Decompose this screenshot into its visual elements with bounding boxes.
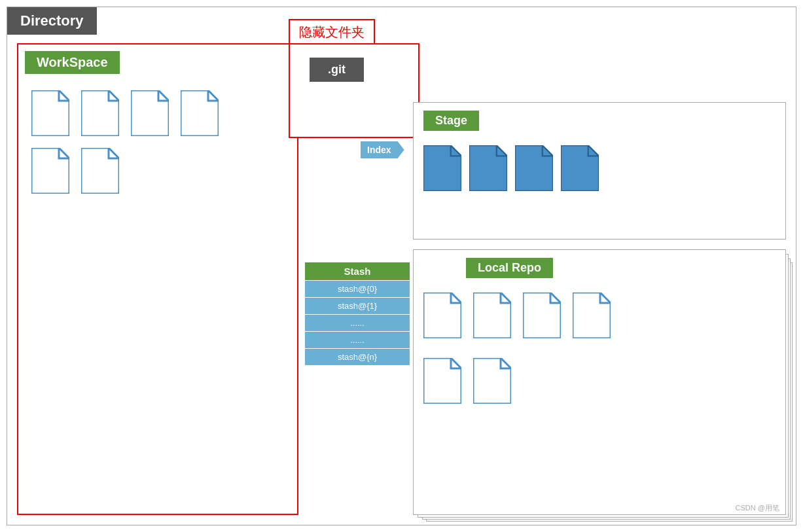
workspace-file-3 [131, 90, 169, 136]
directory-tab: Directory [7, 7, 97, 35]
svg-marker-12 [523, 293, 561, 338]
svg-marker-6 [423, 145, 461, 191]
hidden-folder-label: 隐藏文件夹 [289, 19, 375, 46]
svg-marker-9 [561, 145, 599, 191]
local-repo-file-6 [473, 358, 511, 404]
workspace-files-row2 [31, 148, 291, 194]
svg-marker-10 [423, 293, 461, 338]
svg-marker-11 [473, 293, 511, 338]
workspace-label: WorkSpace [25, 51, 120, 74]
git-label: .git [310, 58, 364, 82]
index-arrow: Index [361, 141, 404, 158]
local-repo-file-2 [473, 293, 511, 338]
stage-files [423, 145, 599, 191]
index-arrow-label: Index [361, 141, 404, 158]
svg-marker-5 [81, 148, 119, 194]
local-repo-file-1 [423, 293, 461, 338]
stage-file-4 [561, 145, 599, 191]
workspace-file-2 [81, 90, 119, 136]
stash-container: Stash stash@{0} stash@{1} ...... ...... … [305, 262, 410, 365]
stage-container: Stage [413, 102, 786, 239]
local-repo-files-row2 [423, 358, 511, 404]
svg-marker-7 [469, 145, 507, 191]
watermark: CSDN @用笔 [736, 503, 779, 513]
svg-marker-14 [423, 358, 461, 404]
workspace-files-row1 [31, 90, 291, 136]
stash-item-0: stash@{0} [305, 280, 410, 297]
svg-marker-0 [31, 90, 69, 136]
stash-item-3: ...... [305, 331, 410, 348]
local-repo-label: Local Repo [466, 258, 553, 278]
local-repo-outer: Local Repo [413, 249, 786, 515]
stash-item-2: ...... [305, 314, 410, 331]
stage-file-1 [423, 145, 461, 191]
svg-marker-13 [573, 293, 611, 338]
stage-file-2 [469, 145, 507, 191]
workspace-files [31, 90, 291, 205]
svg-marker-8 [515, 145, 553, 191]
local-repo-files-row1 [423, 293, 611, 338]
local-repo-file-5 [423, 358, 461, 404]
workspace-file-6 [81, 148, 119, 194]
workspace-box: WorkSpace [17, 43, 298, 515]
stash-header: Stash [305, 262, 410, 280]
hidden-folder-text: 隐藏文件夹 [299, 25, 365, 39]
stash-item-n: stash@{n} [305, 348, 410, 365]
main-container: Directory 隐藏文件夹 WorkSpace [7, 7, 796, 525]
svg-marker-3 [181, 90, 219, 136]
svg-marker-1 [81, 90, 119, 136]
workspace-file-1 [31, 90, 69, 136]
stage-label: Stage [423, 111, 479, 131]
stash-item-1: stash@{1} [305, 297, 410, 314]
workspace-file-4 [181, 90, 219, 136]
local-repo-file-3 [523, 293, 561, 338]
svg-marker-4 [31, 148, 69, 194]
local-repo-file-4 [573, 293, 611, 338]
svg-marker-2 [131, 90, 169, 136]
stage-file-3 [515, 145, 553, 191]
svg-marker-15 [473, 358, 511, 404]
workspace-file-5 [31, 148, 69, 194]
git-box: .git [289, 43, 419, 138]
directory-title: Directory [20, 12, 84, 29]
local-repo-main: Local Repo [413, 249, 786, 515]
